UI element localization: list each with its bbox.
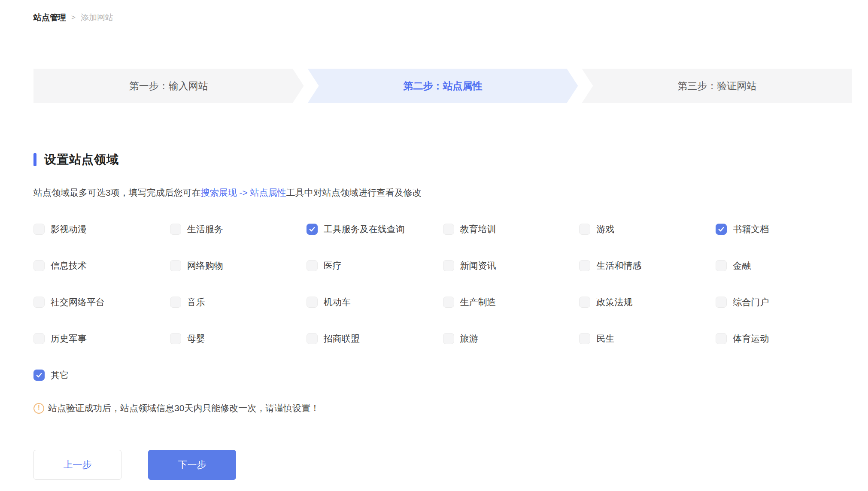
category-checkbox[interactable]: [443, 333, 454, 344]
category-checkbox[interactable]: [307, 297, 318, 308]
description-arrow: ->: [237, 188, 250, 197]
category-checkbox[interactable]: [716, 224, 727, 235]
category-item[interactable]: 母婴: [170, 332, 307, 345]
category-label: 生产制造: [460, 296, 496, 308]
description-text-prefix: 站点领域最多可选3项，填写完成后您可在: [33, 188, 201, 197]
category-label: 政策法规: [596, 296, 632, 308]
category-item[interactable]: 教育培训: [443, 223, 580, 236]
category-label: 生活和情感: [596, 260, 641, 272]
category-checkbox[interactable]: [170, 333, 181, 344]
category-label: 工具服务及在线查询: [324, 223, 405, 235]
category-label: 书籍文档: [733, 223, 769, 235]
step-verify-site: 第三步：验证网站: [582, 69, 852, 103]
category-label: 网络购物: [187, 260, 223, 272]
category-checkbox[interactable]: [716, 297, 727, 308]
category-label: 机动车: [324, 296, 351, 308]
step-label: 第三步：验证网站: [677, 79, 756, 93]
category-label: 社交网络平台: [51, 296, 105, 308]
category-checkbox[interactable]: [170, 260, 181, 271]
description-text-suffix: 工具中对站点领域进行查看及修改: [286, 188, 422, 197]
checkmark-icon: [717, 225, 725, 233]
category-item[interactable]: 书籍文档: [716, 223, 852, 236]
breadcrumb-item-add-site: 添加网站: [81, 12, 113, 23]
checkmark-icon: [35, 371, 43, 379]
category-label: 旅游: [460, 333, 478, 345]
next-step-button[interactable]: 下一步: [148, 450, 236, 480]
category-checkbox[interactable]: [716, 333, 727, 344]
category-item[interactable]: 影视动漫: [33, 223, 170, 236]
step-bar: 第一步：输入网站 第二步：站点属性 第三步：验证网站: [33, 69, 852, 103]
category-item[interactable]: 生产制造: [443, 296, 580, 309]
category-checkbox[interactable]: [33, 297, 45, 308]
page-title: 设置站点领域: [44, 152, 119, 168]
category-checkbox[interactable]: [579, 260, 590, 271]
section-title: 设置站点领域: [33, 152, 852, 168]
category-item[interactable]: 历史军事: [33, 332, 170, 345]
step-input-site: 第一步：输入网站: [33, 69, 304, 103]
previous-step-button[interactable]: 上一步: [33, 450, 121, 480]
category-label: 母婴: [187, 333, 205, 345]
category-item[interactable]: 医疗: [307, 259, 443, 272]
step-label: 第二步：站点属性: [404, 79, 483, 93]
category-checkbox[interactable]: [443, 297, 454, 308]
category-checkbox[interactable]: [33, 370, 45, 381]
category-label: 民生: [596, 333, 614, 345]
category-label: 综合门户: [733, 296, 769, 308]
category-item[interactable]: 民生: [579, 332, 716, 345]
category-label: 教育培训: [460, 223, 496, 235]
category-checkbox[interactable]: [33, 333, 45, 344]
category-checkbox[interactable]: [307, 333, 318, 344]
category-checkbox[interactable]: [716, 260, 727, 271]
link-search-display[interactable]: 搜索展现: [201, 188, 237, 197]
category-checkbox[interactable]: [443, 260, 454, 271]
checkmark-icon: [308, 225, 316, 233]
action-buttons: 上一步 下一步: [33, 450, 852, 480]
step-label: 第一步：输入网站: [129, 79, 208, 93]
link-site-attributes[interactable]: 站点属性: [250, 188, 286, 197]
category-item[interactable]: 工具服务及在线查询: [307, 223, 443, 236]
category-item[interactable]: 政策法规: [579, 296, 716, 309]
category-item[interactable]: 游戏: [579, 223, 716, 236]
category-item[interactable]: 信息技术: [33, 259, 170, 272]
category-item[interactable]: 体育运动: [716, 332, 852, 345]
category-checkbox[interactable]: [579, 297, 590, 308]
category-item[interactable]: 生活和情感: [579, 259, 716, 272]
category-item[interactable]: 网络购物: [170, 259, 307, 272]
category-item[interactable]: 招商联盟: [307, 332, 443, 345]
category-label: 信息技术: [51, 260, 87, 272]
category-label: 招商联盟: [324, 333, 360, 345]
step-site-attributes: 第二步：站点属性: [308, 69, 578, 103]
category-checkbox[interactable]: [579, 224, 590, 235]
section-description: 站点领域最多可选3项，填写完成后您可在搜索展现 -> 站点属性工具中对站点领域进…: [33, 187, 852, 199]
category-item[interactable]: 生活服务: [170, 223, 307, 236]
category-label: 新闻资讯: [460, 260, 496, 272]
category-item[interactable]: 综合门户: [716, 296, 852, 309]
category-checkbox[interactable]: [33, 260, 45, 271]
warning-circle-icon: !: [33, 403, 44, 414]
category-label: 生活服务: [187, 223, 223, 235]
category-label: 历史军事: [51, 333, 87, 345]
category-checkbox[interactable]: [170, 224, 181, 235]
category-item[interactable]: 机动车: [307, 296, 443, 309]
category-checkbox[interactable]: [307, 224, 318, 235]
category-checkbox[interactable]: [33, 224, 45, 235]
category-checkbox[interactable]: [307, 260, 318, 271]
breadcrumb-item-site-management[interactable]: 站点管理: [33, 12, 66, 23]
category-item[interactable]: 旅游: [443, 332, 580, 345]
category-checkbox[interactable]: [443, 224, 454, 235]
category-label: 游戏: [596, 223, 614, 235]
category-item[interactable]: 音乐: [170, 296, 307, 309]
category-checkbox[interactable]: [579, 333, 590, 344]
page: 站点管理 > 添加网站 第一步：输入网站 第二步：站点属性 第三步：验证网站 设…: [0, 0, 868, 480]
category-checkbox[interactable]: [170, 297, 181, 308]
category-label: 其它: [51, 369, 69, 381]
chevron-right-icon: >: [71, 13, 76, 22]
category-label: 音乐: [187, 296, 205, 308]
category-item[interactable]: 新闻资讯: [443, 259, 580, 272]
category-label: 医疗: [324, 260, 342, 272]
category-label: 金融: [733, 260, 751, 272]
category-item[interactable]: 社交网络平台: [33, 296, 170, 309]
category-item[interactable]: 其它: [33, 369, 170, 382]
warning-note: ! 站点验证成功后，站点领域信息30天内只能修改一次，请谨慎设置！: [33, 402, 852, 414]
category-item[interactable]: 金融: [716, 259, 852, 272]
